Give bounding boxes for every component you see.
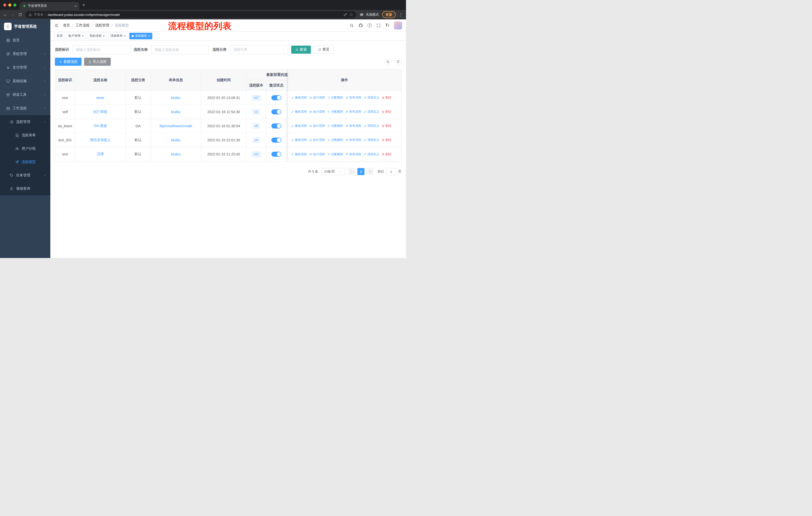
- import-process-button[interactable]: 导入流程: [84, 58, 111, 66]
- sidebar-item-leave-query[interactable]: 请假查询: [0, 182, 50, 195]
- process-name-input[interactable]: [151, 45, 209, 54]
- form-info-link[interactable]: /bpm/oa/leave/create: [159, 124, 192, 128]
- new-tab-button[interactable]: +: [82, 2, 85, 8]
- breadcrumb-process-management[interactable]: 流程管理: [95, 23, 109, 28]
- process-version-tag[interactable]: v4: [253, 137, 260, 143]
- design-process-link[interactable]: 设计流程: [309, 124, 325, 128]
- breadcrumb-workflow[interactable]: 工作流程: [76, 23, 90, 28]
- publish-process-link[interactable]: 发布流程: [345, 96, 361, 100]
- minimize-window-button[interactable]: [8, 3, 11, 6]
- sidebar-item-payment[interactable]: ¥ 支付管理: [0, 61, 50, 74]
- tab-close-icon[interactable]: ×: [75, 4, 77, 8]
- assign-rule-link[interactable]: 分配规则: [327, 110, 343, 114]
- publish-process-link[interactable]: 发布流程: [345, 138, 361, 142]
- tag-close-icon[interactable]: ×: [148, 34, 150, 37]
- process-name-link[interactable]: eeee: [96, 96, 104, 100]
- password-key-icon[interactable]: [343, 12, 347, 17]
- active-toggle[interactable]: [271, 152, 282, 157]
- sidebar-item-user-group[interactable]: 用户分组: [0, 142, 50, 155]
- delete-link[interactable]: 删除: [382, 138, 392, 142]
- design-process-link[interactable]: 设计流程: [309, 138, 325, 142]
- sidebar-item-process-model[interactable]: 流程模型: [0, 155, 50, 168]
- tag-close-icon[interactable]: ×: [124, 34, 126, 37]
- assign-rule-link[interactable]: 分配规则: [327, 138, 343, 142]
- process-version-tag[interactable]: v5: [253, 123, 260, 129]
- page-number-button[interactable]: 1: [357, 168, 365, 175]
- delete-link[interactable]: 删除: [382, 96, 392, 100]
- sidebar-item-task-management[interactable]: 任务管理: [0, 168, 50, 182]
- next-page-button[interactable]: [367, 168, 374, 175]
- tag-process-form[interactable]: 流程表单 ×: [108, 33, 128, 39]
- tag-process-model[interactable]: 流程模型 ×: [129, 33, 152, 39]
- publish-process-link[interactable]: 发布流程: [345, 124, 361, 128]
- tag-home[interactable]: 首页: [54, 33, 65, 39]
- process-name-link[interactable]: OA 请假: [94, 124, 107, 128]
- goto-page-input[interactable]: [386, 168, 396, 175]
- design-process-link[interactable]: 设计流程: [309, 152, 325, 157]
- sidebar-item-system[interactable]: 系统管理: [0, 47, 50, 61]
- update-button[interactable]: 更新: [382, 11, 396, 18]
- create-process-button[interactable]: 新建流程: [55, 58, 82, 66]
- github-icon[interactable]: [358, 23, 363, 28]
- refresh-table-button[interactable]: [395, 58, 402, 65]
- process-version-tag[interactable]: v21: [252, 152, 261, 157]
- category-select[interactable]: 流程分类: [230, 45, 288, 54]
- form-info-link[interactable]: biubiu: [171, 138, 180, 142]
- back-icon[interactable]: ←: [3, 12, 7, 17]
- delete-link[interactable]: 删除: [382, 124, 392, 128]
- assign-rule-link[interactable]: 分配规则: [327, 152, 343, 157]
- modify-process-link[interactable]: 修改流程: [291, 110, 307, 114]
- process-key-input[interactable]: [72, 45, 130, 54]
- help-icon[interactable]: ?: [368, 23, 372, 27]
- sidebar-item-infrastructure[interactable]: 基础设施: [0, 74, 50, 88]
- bookmark-star-icon[interactable]: ☆: [349, 12, 353, 18]
- process-name-link[interactable]: 滔博: [97, 152, 104, 156]
- forward-icon[interactable]: →: [10, 12, 15, 17]
- search-icon[interactable]: [349, 23, 354, 28]
- tag-my-process[interactable]: 我的流程 ×: [87, 33, 107, 39]
- assign-rule-link[interactable]: 分配规则: [327, 124, 343, 128]
- active-toggle[interactable]: [271, 124, 282, 129]
- modify-process-link[interactable]: 修改流程: [291, 96, 307, 100]
- process-definition-link[interactable]: 流程定义: [364, 138, 379, 142]
- user-avatar[interactable]: [394, 21, 402, 29]
- tag-close-icon[interactable]: ×: [103, 34, 105, 37]
- process-definition-link[interactable]: 流程定义: [364, 110, 379, 114]
- sidebar-collapse-icon[interactable]: [54, 23, 59, 28]
- reset-button[interactable]: 重置: [314, 46, 334, 54]
- toggle-search-button[interactable]: [384, 58, 392, 65]
- sidebar-item-process-management[interactable]: 流程管理: [0, 115, 50, 129]
- process-definition-link[interactable]: 流程定义: [364, 152, 379, 157]
- design-process-link[interactable]: 设计流程: [309, 96, 325, 100]
- form-info-link[interactable]: biubiu: [171, 110, 180, 114]
- process-name-link[interactable]: 自己审批: [93, 110, 108, 114]
- sidebar-item-workflow[interactable]: 工作流程: [0, 102, 50, 115]
- sidebar-item-process-form[interactable]: 流程表单: [0, 129, 50, 142]
- breadcrumb-home[interactable]: 首页: [63, 23, 70, 28]
- modify-process-link[interactable]: 修改流程: [291, 138, 307, 142]
- publish-process-link[interactable]: 发布流程: [345, 152, 361, 157]
- active-toggle[interactable]: [271, 138, 282, 143]
- delete-link[interactable]: 删除: [382, 152, 392, 157]
- close-window-button[interactable]: [3, 3, 6, 6]
- browser-menu-icon[interactable]: ⋮: [399, 12, 403, 17]
- search-button[interactable]: 搜索: [291, 46, 311, 54]
- fullscreen-icon[interactable]: [376, 23, 381, 28]
- delete-link[interactable]: 删除: [382, 110, 392, 114]
- modify-process-link[interactable]: 修改流程: [291, 152, 307, 157]
- form-info-link[interactable]: biubiu: [171, 96, 180, 100]
- process-definition-link[interactable]: 流程定义: [364, 124, 379, 128]
- assign-rule-link[interactable]: 分配规则: [327, 96, 343, 100]
- process-version-tag[interactable]: v2: [253, 109, 260, 115]
- reload-icon[interactable]: [18, 12, 22, 17]
- active-toggle[interactable]: [271, 95, 282, 100]
- sidebar-item-devtools[interactable]: 研发工具: [0, 88, 50, 102]
- process-version-tag[interactable]: v17: [252, 95, 261, 101]
- process-definition-link[interactable]: 流程定义: [364, 96, 379, 100]
- active-toggle[interactable]: [271, 109, 282, 114]
- address-bar[interactable]: 不安全 dashboard.yudao.iocoder.cn/bpm/manag…: [25, 11, 356, 18]
- process-name-link[interactable]: 测试多审批人: [90, 138, 111, 142]
- design-process-link[interactable]: 设计流程: [309, 110, 325, 114]
- page-size-select[interactable]: 10条/页: [322, 168, 345, 175]
- prev-page-button[interactable]: [348, 168, 355, 175]
